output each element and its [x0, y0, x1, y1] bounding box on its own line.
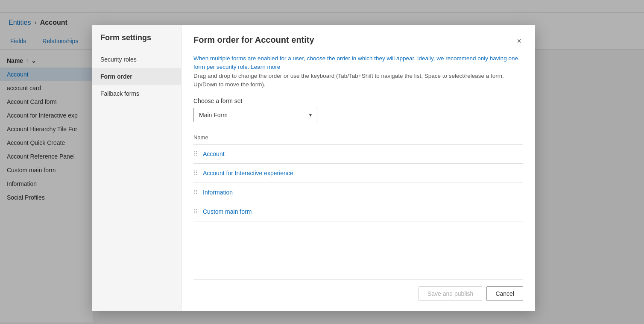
- close-button[interactable]: ×: [515, 35, 523, 47]
- drag-handle-icon: ⠿: [193, 150, 197, 157]
- drag-handle-icon: ⠿: [193, 208, 197, 215]
- form-set-dropdown-wrapper[interactable]: Main Form Quick Create Form Card Form ▼: [193, 108, 317, 122]
- dialog-footer: Save and publish Cancel: [193, 279, 523, 301]
- form-order-list: Name ⠿ Account ⠿ Account for Interactive…: [193, 131, 523, 279]
- dialog-right-panel: Form order for Account entity × When mul…: [181, 25, 535, 311]
- nav-item-security-roles[interactable]: Security roles: [92, 51, 181, 68]
- form-list-item-1[interactable]: ⠿ Account for Interactive experience: [193, 164, 523, 183]
- drag-handle-icon: ⠿: [193, 189, 197, 196]
- form-list-item-2[interactable]: ⠿ Information: [193, 183, 523, 202]
- form-list-item-0[interactable]: ⠿ Account: [193, 144, 523, 164]
- description-text-2: Drag and drop to change the order or use…: [193, 73, 504, 88]
- dialog-description: When multiple forms are enabled for a us…: [193, 54, 523, 89]
- table-column-name: Name: [193, 131, 523, 144]
- form-item-label-0: Account: [203, 150, 225, 157]
- nav-item-fallback-forms[interactable]: Fallback forms: [92, 85, 181, 102]
- form-item-label-2: Information: [203, 189, 233, 196]
- dialog-header: Form order for Account entity ×: [193, 35, 523, 47]
- form-set-select[interactable]: Main Form Quick Create Form Card Form: [193, 108, 317, 122]
- dialog-left-panel: Form settings Security roles Form order …: [92, 25, 181, 311]
- form-item-label-1: Account for Interactive experience: [203, 170, 293, 177]
- drag-handle-icon: ⠿: [193, 170, 197, 177]
- cancel-button[interactable]: Cancel: [486, 286, 523, 301]
- save-and-publish-button: Save and publish: [419, 286, 482, 301]
- dialog-main-title: Form order for Account entity: [193, 35, 314, 45]
- dialog-title-left: Form settings: [92, 33, 181, 51]
- form-list-item-3[interactable]: ⠿ Custom main form: [193, 202, 523, 221]
- learn-more-link[interactable]: Learn more: [251, 64, 280, 70]
- form-item-label-3: Custom main form: [203, 208, 252, 215]
- form-set-label: Choose a form set: [193, 97, 523, 104]
- nav-item-form-order[interactable]: Form order: [92, 68, 181, 85]
- description-text-1: When multiple forms are enabled for a us…: [193, 55, 518, 70]
- form-settings-dialog: Form settings Security roles Form order …: [92, 25, 535, 311]
